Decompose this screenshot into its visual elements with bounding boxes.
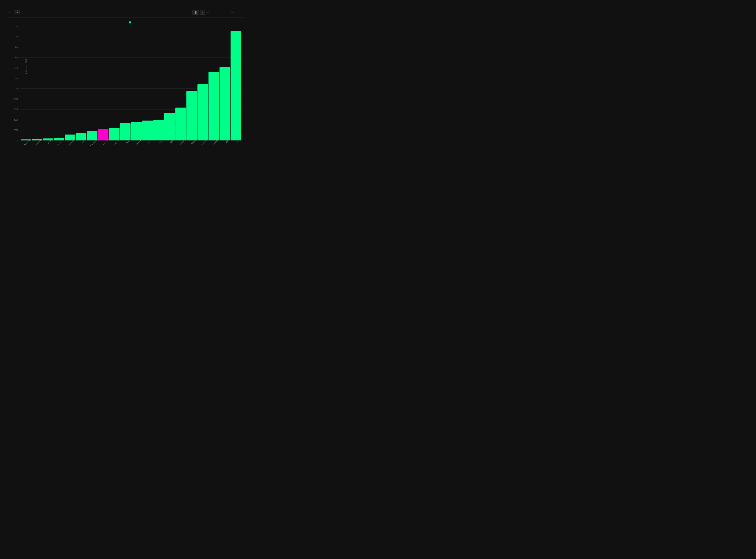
toolbar-right: ▐▌ ∿ [192,10,244,15]
bar-wrapper[interactable] [43,26,53,140]
chart-inner: 2.2m2m1.8m1.6m1.4m1.2m1m800k600k400k200k… [20,26,242,156]
y-axis-tick: 2m [10,36,18,38]
breadcrumb: › › ▾ [8,10,20,14]
bar-wrapper[interactable] [208,26,219,140]
y-axis-tick: 2.2m [10,25,18,27]
y-axis-tick: 1m [10,87,18,90]
bar-wrapper[interactable] [98,26,109,140]
bar-wrapper[interactable] [198,26,208,140]
chart-container: 2.2m2m1.8m1.6m1.4m1.2m1m800k600k400k200k… [8,17,244,167]
y-axis-tick: 800k [10,98,18,100]
dropdown-chevron-icon: ▾ [17,11,18,14]
time-range-90d[interactable] [217,12,219,13]
breadcrumb-dropdown[interactable]: ▾ [14,10,20,14]
bars-area [20,26,242,140]
interval-m[interactable] [238,12,240,13]
more-options-button[interactable] [242,12,244,13]
line-chart-button[interactable]: ∿ [200,10,205,15]
bar-solana[interactable] [186,91,197,140]
bar-ton[interactable] [164,113,175,140]
bar-wrapper[interactable] [131,26,141,140]
bar-arbitrum[interactable] [176,108,186,140]
time-range-180d[interactable] [221,12,223,13]
y-axis-tick: 200k [10,129,18,131]
y-axis-tick: 1.2m [10,77,18,80]
y-axis-tick: 1.8m [10,46,18,48]
bar-wrapper[interactable] [87,26,97,140]
toolbar: › › ▾ ▐▌ ∿ [8,10,244,15]
time-range-ytd[interactable] [224,12,226,13]
bar-wrapper[interactable] [176,26,186,140]
bar-tron[interactable] [231,31,241,140]
time-range-30d[interactable] [213,12,216,13]
bar-wrapper[interactable] [32,26,42,140]
bar-chart-button[interactable]: ▐▌ [192,10,199,15]
bar-wrapper[interactable] [21,26,31,140]
bar-wrapper[interactable] [164,26,175,140]
chart-area: 2.2m2m1.8m1.6m1.4m1.2m1m800k600k400k200k… [20,26,242,156]
bar-bnb-chain[interactable] [198,84,208,140]
breadcrumb-sep-2: › [12,11,13,14]
bar-wrapper[interactable] [109,26,119,140]
legend-dot-active-users [129,21,131,23]
time-range-latest[interactable] [206,12,209,13]
bar-polygon[interactable] [208,72,219,140]
y-axis-tick: 600k [10,108,18,111]
bar-wrapper[interactable] [76,26,87,140]
bar-wrapper[interactable] [120,26,131,140]
chart-legend [20,21,242,23]
breadcrumb-sep-1: › [9,11,10,14]
y-axis-tick: 400k [10,118,18,121]
interval-d[interactable] [231,12,233,13]
bar-wrapper[interactable] [54,26,64,140]
y-axis-tick: 1.6m [10,56,18,59]
bar-ronin[interactable] [220,67,230,140]
x-labels-area: SyncSwapAvalanche1inchUniswap LabsOP Mai… [20,140,242,156]
y-axis-tick: 0 [10,139,18,142]
time-range-7d[interactable] [210,12,212,13]
bar-wrapper[interactable] [65,26,75,140]
bar-wrapper[interactable] [186,26,197,140]
bar-wrapper[interactable] [153,26,164,140]
interval-w[interactable] [235,12,237,13]
bar-wrapper[interactable] [220,26,230,140]
bar-wrapper[interactable] [142,26,153,140]
time-range-365d[interactable] [228,12,230,13]
y-axis-tick: 1.4m [10,67,18,69]
bar-wrapper[interactable] [231,26,241,140]
